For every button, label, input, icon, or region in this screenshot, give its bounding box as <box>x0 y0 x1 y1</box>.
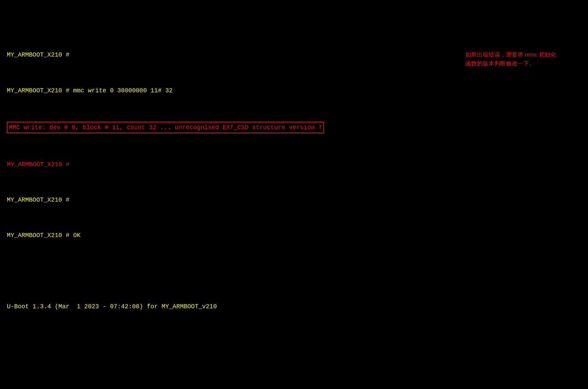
terminal-output: 如果出现错误，需要将 mmc 初始化函数的版本判断修改一下。 MY_ARMBOO… <box>7 6 581 389</box>
line-8: U-Boot 1.3.4 (Mar 1 2023 - 07:42:08) for… <box>7 302 581 311</box>
line-9 <box>7 338 581 346</box>
line-10 <box>7 364 581 373</box>
annotation-text: 如果出现错误，需要将 mmc 初始化函数的版本判断修改一下。 <box>465 50 561 68</box>
line-4: MY_ARMBOOT_X210 # <box>7 160 581 169</box>
line-6: MY_ARMBOOT_X210 # OK <box>7 231 581 240</box>
line-7 <box>7 267 581 276</box>
line-3-boxed: MMC write: dev # 0, block # 11, count 32… <box>7 122 581 133</box>
line-2: MY_ARMBOOT_X210 # mmc write 0 30000000 1… <box>7 86 581 95</box>
line-5: MY_ARMBOOT_X210 # <box>7 196 581 204</box>
